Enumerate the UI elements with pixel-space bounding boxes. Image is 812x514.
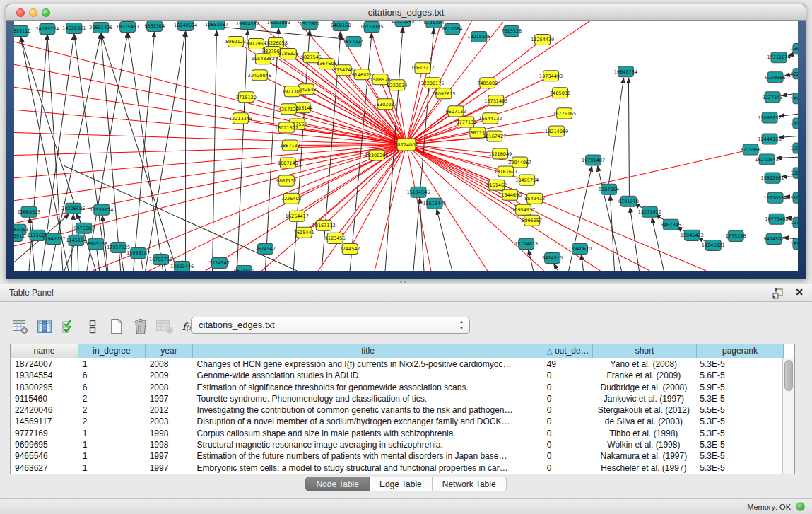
tab-network-table[interactable]: Network Table	[433, 477, 507, 491]
node-label: 9827546	[301, 54, 322, 60]
node-label: 18495754	[515, 177, 539, 183]
table-cell: 0	[543, 370, 592, 381]
black-edge[interactable]	[569, 166, 592, 271]
node-label: 7857224	[343, 39, 364, 45]
table-cell: 5.9E-5	[695, 382, 782, 393]
table-cell: Investigating the contribution of common…	[193, 404, 543, 416]
column-header-name[interactable]: name	[11, 344, 78, 358]
memory-ok-led-icon	[796, 502, 805, 511]
black-edge[interactable]	[237, 30, 247, 271]
table-row[interactable]: 977716911998Corpus callosum shape and si…	[11, 428, 782, 439]
column-header-year[interactable]: year	[146, 344, 193, 358]
red-edge[interactable]	[375, 144, 406, 271]
column-header-title[interactable]: title	[193, 344, 543, 358]
table-row[interactable]: 1938455462009Genome-wide association stu…	[11, 370, 782, 381]
red-edge[interactable]	[206, 144, 406, 271]
column-chooser-icon[interactable]	[34, 316, 55, 337]
float-window-icon[interactable]	[772, 288, 784, 299]
black-edge[interactable]	[776, 157, 798, 158]
table-row[interactable]: 1456911722003Disruption of a novel membe…	[11, 416, 782, 427]
row-height-icon[interactable]	[82, 316, 103, 337]
node-label: 7615441	[294, 230, 314, 235]
network-window-titlebar[interactable]: citations_edges.txt	[6, 4, 806, 21]
node-label: 9227343	[763, 95, 783, 100]
tab-node-table[interactable]: Node Table	[305, 477, 370, 491]
node-label: 4257120	[278, 107, 299, 112]
red-edge[interactable]	[14, 132, 406, 144]
table-cell: Corpus callosum shape and size in male p…	[193, 428, 543, 439]
node-label: 18731493	[484, 98, 507, 104]
black-edge[interactable]	[608, 78, 623, 183]
black-edge[interactable]	[212, 30, 216, 271]
table-scrollbar[interactable]	[782, 358, 794, 474]
black-edge[interactable]	[554, 264, 558, 271]
node-label: 19245021	[702, 243, 725, 248]
delete-table-icon[interactable]	[154, 316, 175, 337]
node-label: 16949664	[174, 23, 197, 28]
table-row[interactable]: 946554611997Estimation of the future num…	[11, 450, 782, 462]
node-label: 9462345	[661, 222, 681, 228]
node-label: 16210643	[755, 157, 779, 163]
black-edge[interactable]	[582, 255, 584, 271]
table-row[interactable]: 969969511998Structural magnetic resonanc…	[11, 439, 782, 450]
red-edge[interactable]	[14, 64, 406, 144]
network-window-title: citations_edges.txt	[6, 4, 806, 21]
table-cell: Estimation of significance thresholds fo…	[193, 382, 543, 393]
table-cell: 1	[78, 450, 146, 462]
table-settings-icon[interactable]	[10, 316, 31, 337]
network-graph[interactable]: 1695110240557241462036120691406183754519…	[14, 21, 798, 271]
node-label: 10543382	[252, 56, 275, 62]
black-edge[interactable]	[779, 112, 798, 116]
column-header-in_degree[interactable]: in_degree	[78, 344, 146, 358]
column-header-short[interactable]: short	[593, 344, 697, 358]
node-label: 18300295	[365, 153, 389, 158]
black-edge[interactable]	[265, 28, 278, 271]
black-edge[interactable]	[628, 78, 629, 195]
tab-edge-table[interactable]: Edge Table	[370, 477, 433, 491]
node-label: 17957225	[107, 245, 130, 250]
node-label: 1591074	[791, 46, 798, 52]
table-selector-dropdown[interactable]: citations_edges.txt ▲▼	[191, 317, 470, 334]
table-row[interactable]: 2242004622012Investigating the contribut…	[11, 404, 782, 416]
node-label: 3921307	[282, 89, 302, 95]
network-canvas[interactable]: 1695110240557241462036120691406183754519…	[14, 21, 798, 271]
black-edge[interactable]	[610, 195, 614, 271]
black-edge[interactable]	[420, 198, 424, 271]
table-cell: 0	[543, 428, 592, 439]
node-label: 6791970	[618, 199, 639, 204]
column-header-pagerank[interactable]: pagerank	[697, 344, 784, 358]
node-label: 1867132	[280, 143, 300, 148]
node-label: 1827364	[791, 96, 798, 102]
new-table-icon[interactable]	[106, 316, 127, 337]
attribute-table: namein_degreeyeartitle△out_de…shortpager…	[10, 344, 795, 474]
delete-trash-icon[interactable]	[130, 316, 151, 337]
node-label: 8186328	[278, 51, 299, 57]
column-header-out_de[interactable]: △out_de…	[543, 344, 593, 358]
node-label: 6466160	[331, 23, 351, 28]
table-cell: 2012	[146, 404, 193, 416]
node-label: 13505135	[84, 241, 107, 247]
red-edge[interactable]	[535, 150, 751, 199]
node-label: 2367608	[317, 61, 337, 66]
table-panel-header: Table Panel ✕	[0, 284, 812, 302]
table-row[interactable]: 1872400712008Changes of HCN gene express…	[11, 358, 782, 370]
scrollbar-thumb[interactable]	[784, 360, 793, 391]
node-label: 8912955	[246, 41, 266, 47]
node-label: 9123456	[325, 235, 346, 241]
node-label: 7244547	[340, 246, 360, 252]
close-panel-icon[interactable]: ✕	[795, 286, 804, 298]
table-row[interactable]: 946362711997Embryonic stem cells: a mode…	[11, 462, 782, 474]
table-row[interactable]: 911546021997Tourette syndrome. Phenomeno…	[11, 393, 782, 404]
table-cell: 5.3E-5	[695, 416, 782, 427]
black-edge[interactable]	[101, 33, 177, 271]
table-row[interactable]: 1830029562008Estimation of significance …	[11, 382, 782, 393]
table-cell: 9699695	[11, 439, 78, 450]
select-rows-icon[interactable]	[58, 316, 79, 337]
table-cell: 5.3E-5	[695, 428, 782, 439]
node-label: 15134545	[406, 189, 430, 195]
red-edge[interactable]	[14, 42, 406, 144]
black-edge[interactable]	[437, 209, 452, 271]
black-edge[interactable]	[87, 33, 128, 271]
node-label: 1677548	[791, 241, 798, 247]
black-edge[interactable]	[779, 135, 798, 137]
